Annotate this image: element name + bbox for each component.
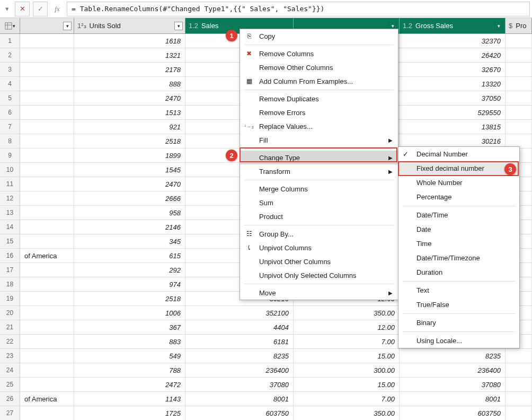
cell-blank[interactable]	[20, 220, 74, 234]
formula-dropdown-icon[interactable]: ▾	[2, 2, 12, 16]
cell-units-sold[interactable]: 1321	[74, 48, 185, 62]
menu-add-column-from-examples[interactable]: ▦Add Column From Examples...	[240, 74, 398, 88]
row-number[interactable]: 6	[0, 106, 20, 119]
type-decimal-number[interactable]: ✓Decimal Number	[398, 147, 519, 161]
type-text[interactable]: Text	[398, 283, 519, 298]
cell-blank[interactable]	[20, 63, 74, 76]
cell-blank[interactable]	[20, 134, 74, 148]
cell-blank[interactable]	[20, 320, 74, 334]
column-header-gross-sales[interactable]: 1.2 Gross Sales ▾	[400, 18, 506, 33]
menu-unpivot-columns[interactable]: ⤹Unpivot Columns	[240, 241, 398, 255]
cell-blank[interactable]	[20, 48, 74, 62]
menu-merge-columns[interactable]: Merge Columns	[240, 182, 398, 196]
menu-remove-duplicates[interactable]: Remove Duplicates	[240, 92, 398, 106]
cell-blank[interactable]	[20, 106, 74, 119]
cell-blank[interactable]	[20, 306, 74, 320]
cell-units-sold[interactable]: 615	[74, 249, 185, 262]
cell-pro[interactable]	[506, 91, 532, 105]
row-number[interactable]: 2	[0, 48, 20, 62]
cell-pro[interactable]	[506, 34, 532, 48]
cell-sales[interactable]: 37080	[185, 378, 294, 391]
cell-sales[interactable]: 4404	[185, 320, 294, 334]
row-number[interactable]: 7	[0, 120, 20, 134]
row-number[interactable]: 13	[0, 206, 20, 220]
cell-hidden[interactable]: 7.00	[294, 335, 400, 348]
cell-units-sold[interactable]: 1143	[74, 392, 185, 406]
cell-blank[interactable]: of America	[20, 249, 74, 262]
cell-blank[interactable]	[20, 34, 74, 48]
cell-blank[interactable]	[20, 163, 74, 177]
cell-pro[interactable]	[506, 378, 532, 391]
cell-pro[interactable]	[506, 77, 532, 91]
cell-hidden[interactable]: 7.00	[294, 392, 400, 406]
cell-blank[interactable]	[20, 177, 74, 191]
cell-pro[interactable]	[506, 392, 532, 406]
cell-blank[interactable]	[20, 349, 74, 363]
cell-blank[interactable]	[20, 206, 74, 220]
row-number[interactable]: 1	[0, 34, 20, 48]
cell-sales[interactable]: 8235	[185, 349, 294, 363]
row-number[interactable]: 8	[0, 134, 20, 148]
cell-units-sold[interactable]: 888	[74, 77, 185, 91]
cell-gross-sales[interactable]: 8001	[400, 392, 506, 406]
cell-units-sold[interactable]: 1545	[74, 163, 185, 177]
cell-pro[interactable]	[506, 120, 532, 134]
cell-blank[interactable]	[20, 120, 74, 134]
cell-blank[interactable]	[20, 292, 74, 305]
cell-gross-sales[interactable]: 13320	[400, 77, 506, 91]
cell-units-sold[interactable]: 2472	[74, 378, 185, 391]
cell-sales[interactable]: 603750	[185, 406, 294, 420]
type-true-false[interactable]: True/False	[398, 298, 519, 312]
cell-pro[interactable]	[506, 406, 532, 420]
cell-hidden[interactable]: 350.00	[294, 406, 400, 420]
cell-pro[interactable]	[506, 63, 532, 76]
menu-move[interactable]: Move▶	[240, 286, 398, 300]
cell-units-sold[interactable]: 958	[74, 206, 185, 220]
menu-remove-other-columns[interactable]: Remove Other Columns	[240, 60, 398, 74]
column-header-pro[interactable]: $ Pro	[506, 18, 532, 33]
cell-units-sold[interactable]: 2666	[74, 191, 185, 205]
column-header-blank[interactable]: ▾	[20, 18, 74, 33]
cell-units-sold[interactable]: 367	[74, 320, 185, 334]
cell-units-sold[interactable]: 2470	[74, 177, 185, 191]
cell-gross-sales[interactable]: 37050	[400, 91, 506, 105]
cell-sales[interactable]: 236400	[185, 363, 294, 377]
row-number[interactable]: 18	[0, 277, 20, 291]
row-number[interactable]: 17	[0, 263, 20, 277]
menu-copy[interactable]: ⎘Copy	[240, 29, 398, 43]
cell-units-sold[interactable]: 2178	[74, 63, 185, 76]
row-number[interactable]: 14	[0, 220, 20, 234]
cell-gross-sales[interactable]: 32670	[400, 63, 506, 76]
filter-dropdown-icon[interactable]: ▾	[494, 22, 503, 30]
cell-blank[interactable]: of America	[20, 392, 74, 406]
cell-sales[interactable]: 6181	[185, 335, 294, 348]
cell-blank[interactable]	[20, 148, 74, 162]
row-number[interactable]: 26	[0, 392, 20, 406]
cell-units-sold[interactable]: 1725	[74, 406, 185, 420]
cell-hidden[interactable]: 350.00	[294, 306, 400, 320]
filter-dropdown-icon[interactable]: ▾	[63, 22, 72, 30]
row-number[interactable]: 25	[0, 378, 20, 391]
cell-units-sold[interactable]: 1899	[74, 148, 185, 162]
cell-blank[interactable]	[20, 77, 74, 91]
menu-sum[interactable]: Sum	[240, 196, 398, 209]
row-number[interactable]: 5	[0, 91, 20, 105]
menu-change-type[interactable]: Change Type▶	[240, 151, 398, 164]
row-number[interactable]: 4	[0, 77, 20, 91]
type-date-time-timezone[interactable]: Date/Time/Timezone	[398, 251, 519, 265]
cell-blank[interactable]	[20, 378, 74, 391]
formula-input[interactable]: = Table.RenameColumns(#"Changed Type1",{…	[67, 2, 530, 16]
cell-blank[interactable]	[20, 363, 74, 377]
cell-gross-sales[interactable]: 37080	[400, 378, 506, 391]
cancel-formula-button[interactable]: ✕	[15, 2, 30, 16]
cell-sales[interactable]: 8001	[185, 392, 294, 406]
cell-hidden[interactable]: 12.00	[294, 320, 400, 334]
type-time[interactable]: Time	[398, 237, 519, 251]
cell-gross-sales[interactable]: 603750	[400, 406, 506, 420]
row-number[interactable]: 10	[0, 163, 20, 177]
cell-units-sold[interactable]: 2518	[74, 292, 185, 305]
cell-gross-sales[interactable]: 32370	[400, 34, 506, 48]
menu-remove-columns[interactable]: ✖Remove Columns	[240, 47, 398, 60]
cell-blank[interactable]	[20, 277, 74, 291]
type-date[interactable]: Date	[398, 222, 519, 237]
